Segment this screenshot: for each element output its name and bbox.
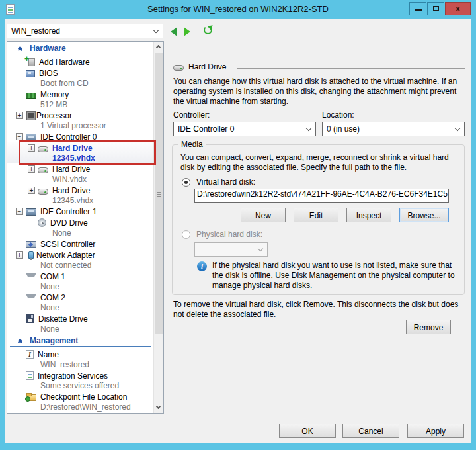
- item-sublabel: None: [7, 324, 154, 334]
- item-label: Processor: [36, 111, 72, 120]
- hard-drive-icon: [38, 189, 48, 195]
- window-title: Settings for WIN_restored on WIN2K12R2-S…: [0, 4, 476, 14]
- network-adapter-icon: [28, 251, 34, 259]
- media-text: You can compact, convert, expand, merge,…: [180, 153, 461, 173]
- sidebar-item-ide-controller-1[interactable]: −IDE Controller 1: [7, 206, 154, 217]
- collapse-chevron-icon: [17, 339, 23, 342]
- back-arrow-icon[interactable]: [171, 27, 177, 36]
- refresh-icon[interactable]: [204, 26, 212, 34]
- maximize-button[interactable]: [427, 2, 444, 15]
- expand-icon[interactable]: +: [16, 251, 23, 259]
- sidebar-item-memory-512-mb[interactable]: Memory512 MB: [7, 89, 154, 110]
- sidebar-item-com-2-none[interactable]: COM 2None: [7, 292, 154, 313]
- chevron-down-icon: [306, 126, 311, 131]
- expander-spacer: [16, 69, 26, 77]
- scsi-controller-icon: [26, 241, 36, 248]
- ide-controller-icon: [26, 134, 36, 141]
- hardware-tree: HardwareAdd HardwareBIOSBoot from CDMemo…: [7, 41, 164, 414]
- expand-icon[interactable]: +: [28, 165, 35, 173]
- intro-text: You can change how this virtual hard dis…: [173, 77, 467, 107]
- apply-button[interactable]: Apply: [407, 424, 464, 438]
- sidebar-scrollbar[interactable]: [153, 42, 163, 413]
- info-icon: i: [197, 261, 207, 271]
- edit-button[interactable]: Edit: [294, 208, 338, 222]
- close-button[interactable]: x: [445, 2, 471, 15]
- sidebar-item-hard-drive-12345-vhdx[interactable]: +Hard Drive12345.vhdx: [7, 185, 154, 206]
- remove-help-text: To remove the virtual hard disk, click R…: [173, 300, 469, 320]
- sidebar-item-dvd-drive-none[interactable]: DVD DriveNone: [7, 217, 154, 238]
- name-icon: [26, 350, 34, 359]
- ok-button[interactable]: OK: [279, 424, 336, 438]
- sidebar-item-hard-drive-win-vhdx[interactable]: +Hard DriveWIN.vhdx: [7, 163, 154, 185]
- sidebar-section-hardware[interactable]: Hardware: [10, 44, 151, 54]
- inspect-button[interactable]: Inspect: [346, 208, 391, 222]
- sidebar-item-add-hardware[interactable]: Add Hardware: [7, 56, 154, 68]
- sidebar-item-network-adapter-not-connected[interactable]: +Network AdapterNot connected: [7, 249, 154, 271]
- item-label: DVD Drive: [50, 218, 88, 228]
- dvd-drive-icon: [38, 218, 46, 227]
- virtual-hard-disk-radio[interactable]: [182, 178, 190, 187]
- item-sublabel: None: [7, 282, 154, 292]
- item-sublabel: Not connected: [7, 261, 154, 271]
- remove-button[interactable]: Remove: [406, 320, 451, 334]
- add-hardware-icon: [28, 58, 35, 66]
- collapse-chevron-icon: [17, 47, 23, 50]
- physical-hard-disk-label: Physical hard disk:: [196, 230, 262, 239]
- expander-spacer: [16, 240, 26, 248]
- collapse-icon[interactable]: −: [16, 133, 23, 140]
- sidebar-item-ide-controller-0[interactable]: −IDE Controller 0: [7, 131, 154, 142]
- expander-spacer: [16, 393, 26, 400]
- maximize-icon: [433, 6, 439, 11]
- expand-icon[interactable]: +: [28, 187, 35, 194]
- expand-icon[interactable]: +: [16, 112, 23, 119]
- item-sublabel: 12345.vhdx: [7, 196, 154, 206]
- sidebar-section-management[interactable]: Management: [10, 337, 151, 347]
- processor-icon: [27, 112, 35, 120]
- virtual-hard-disk-label: Virtual hard disk:: [196, 177, 255, 187]
- browse-button[interactable]: Browse...: [399, 208, 449, 222]
- sidebar-item-diskette-drive-none[interactable]: Diskette DriveNone: [7, 313, 154, 334]
- item-sublabel: WIN_restored: [7, 360, 154, 370]
- cancel-button[interactable]: Cancel: [342, 424, 399, 438]
- new-button[interactable]: New: [241, 208, 286, 222]
- expand-icon[interactable]: +: [28, 144, 35, 152]
- item-sublabel: 1 Virtual processor: [7, 121, 154, 131]
- item-label: Memory: [40, 90, 69, 99]
- sidebar-item-scsi-controller[interactable]: SCSI Controller: [7, 238, 154, 249]
- virtual-disk-path-input[interactable]: D:\restored\win2k12R2-std\474A21FF-96AE-…: [194, 189, 449, 203]
- minimize-button[interactable]: [409, 2, 426, 15]
- titlebar: Settings for WIN_restored on WIN2K12R2-S…: [0, 0, 476, 19]
- location-select[interactable]: 0 (in use): [322, 122, 465, 136]
- scroll-down-icon[interactable]: [154, 403, 164, 413]
- item-label: COM 1: [40, 272, 65, 281]
- sidebar-item-bios-boot-from-cd[interactable]: BIOSBoot from CD: [7, 68, 154, 89]
- integration-services-icon: [26, 371, 34, 380]
- section-label: Management: [30, 336, 78, 345]
- minimize-icon: [415, 9, 422, 11]
- controller-select[interactable]: IDE Controller 0: [173, 122, 316, 136]
- forward-arrow-icon[interactable]: [184, 27, 190, 36]
- sidebar-item-hard-drive-12345-vhdx[interactable]: +Hard Drive12345.vhdx: [7, 142, 154, 163]
- expander-spacer: [16, 372, 26, 379]
- item-label: BIOS: [39, 69, 58, 78]
- sidebar-item-processor-1-virtual-processor[interactable]: +Processor1 Virtual processor: [7, 110, 154, 131]
- sidebar-item-name-win-restored[interactable]: NameWIN_restored: [7, 349, 154, 370]
- collapse-icon[interactable]: −: [16, 208, 23, 215]
- item-label: SCSI Controller: [40, 240, 95, 249]
- location-value: 0 (in use): [327, 124, 360, 134]
- sidebar-item-integration-services-some-services-offered[interactable]: Integration ServicesSome services offere…: [7, 370, 154, 391]
- header-rule: [237, 68, 465, 69]
- sidebar-item-checkpoint-file-location-d-restored-win-restored[interactable]: Checkpoint File LocationD:\restored\WIN_…: [7, 391, 154, 412]
- item-label: Hard Drive: [52, 186, 90, 195]
- expander-spacer: [16, 91, 26, 98]
- vm-selector[interactable]: WIN_restored: [7, 24, 163, 38]
- toolbar-separator: [198, 25, 198, 38]
- expander-spacer: [16, 351, 26, 358]
- sidebar-item-com-1-none[interactable]: COM 1None: [7, 271, 154, 292]
- scroll-up-icon[interactable]: [154, 42, 164, 52]
- hard-drive-icon: [38, 167, 48, 173]
- sidebar-item-smart-paging[interactable]: [7, 412, 154, 414]
- com-port-icon: [26, 272, 36, 281]
- physical-hard-disk-radio[interactable]: [182, 230, 190, 239]
- scrollbar-thumb[interactable]: [155, 53, 163, 334]
